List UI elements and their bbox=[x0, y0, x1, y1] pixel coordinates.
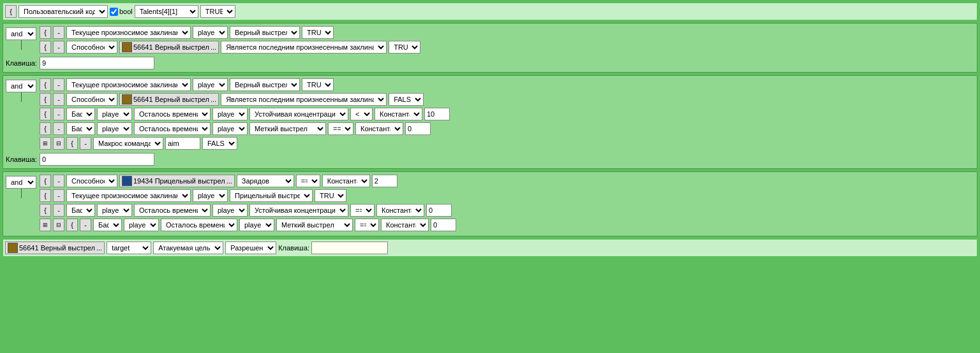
s3r3-operator[interactable]: == bbox=[350, 204, 375, 217]
s3r3-minus[interactable]: - bbox=[53, 204, 64, 217]
s2r3-operator[interactable]: < bbox=[350, 108, 373, 120]
section1-key-input[interactable]: 9 bbox=[40, 57, 154, 69]
s1r1-type[interactable]: Текущее произносимое заклинание bbox=[66, 26, 191, 39]
s3r4-consttype[interactable]: Константа bbox=[381, 219, 429, 231]
s2r2-type[interactable]: Способность bbox=[66, 93, 117, 106]
bottom-key-input[interactable] bbox=[311, 241, 388, 254]
s2r2-condition[interactable]: Является последним произнесенным заклина… bbox=[221, 93, 387, 106]
top-true-select[interactable]: TRUE bbox=[200, 5, 235, 18]
s2r4-consttype[interactable]: Константа bbox=[355, 122, 403, 135]
top-bracket-btn[interactable]: { bbox=[5, 5, 17, 18]
s3r4-bracket1[interactable]: ⊞ bbox=[40, 219, 51, 231]
s3r2-value[interactable]: TRUE bbox=[315, 189, 346, 202]
s3r2-type[interactable]: Текущее произносимое заклинание bbox=[66, 189, 191, 202]
s3r4-type[interactable]: Баф bbox=[93, 219, 122, 231]
s3r3-player1[interactable]: player bbox=[97, 204, 132, 217]
bottom-action-select[interactable]: Атакуемая цель bbox=[153, 241, 223, 254]
s1r2-minus[interactable]: - bbox=[53, 41, 64, 54]
s1r2-value[interactable]: TRUE bbox=[389, 41, 420, 54]
s3r4-player2[interactable]: player bbox=[239, 219, 274, 231]
top-bool-checkbox[interactable] bbox=[110, 8, 118, 16]
s2r4-condition[interactable]: Осталось времени bbox=[134, 122, 211, 135]
s2r5-bracket2[interactable]: ⊟ bbox=[53, 137, 64, 150]
s2r2-minus[interactable]: - bbox=[53, 93, 64, 106]
s2r1-value[interactable]: TRUE bbox=[302, 78, 334, 91]
s3r2-bracket[interactable]: { bbox=[40, 189, 51, 202]
s2r3-player2[interactable]: player bbox=[212, 108, 248, 120]
s1r2-condition[interactable]: Является последним произнесенным заклина… bbox=[221, 41, 387, 54]
s3r4-operator[interactable]: == bbox=[355, 219, 379, 231]
s2r4-type[interactable]: Баф bbox=[66, 122, 95, 135]
s2r3-type[interactable]: Баф bbox=[66, 108, 95, 120]
top-talents-select[interactable]: Talents[4][1] bbox=[135, 5, 198, 18]
s2r1-bracket[interactable]: { bbox=[40, 78, 51, 91]
bottom-spell-btn[interactable]: 56641 Верный выстрел ... bbox=[5, 241, 105, 254]
s2r5-minus[interactable]: - bbox=[80, 137, 91, 150]
s3r3-player2[interactable]: player bbox=[212, 204, 248, 217]
s2r3-player1[interactable]: player bbox=[97, 108, 132, 120]
s2r5-bracket1[interactable]: ⊞ bbox=[40, 137, 51, 150]
s2r4-bracket[interactable]: { bbox=[40, 122, 51, 135]
s2r2-spell-btn[interactable]: 56641 Верный выстрел ... bbox=[119, 93, 219, 106]
s3r3-value[interactable]: 0 bbox=[426, 204, 452, 217]
s3r4-condition[interactable]: Осталось времени bbox=[161, 219, 237, 231]
s3r2-player[interactable]: player bbox=[193, 189, 228, 202]
s3r4-bracket3[interactable]: { bbox=[66, 219, 78, 231]
s2r2-bracket[interactable]: { bbox=[40, 93, 51, 106]
section3-and-select[interactable]: and bbox=[6, 176, 36, 189]
s1r1-minus[interactable]: - bbox=[53, 26, 64, 39]
bottom-target-select[interactable]: target bbox=[107, 241, 151, 254]
s3r4-bracket2[interactable]: ⊟ bbox=[53, 219, 64, 231]
s2r4-operator[interactable]: == bbox=[328, 122, 353, 135]
s3r3-bracket[interactable]: { bbox=[40, 204, 51, 217]
s2r3-minus[interactable]: - bbox=[53, 108, 64, 120]
s3r1-consttype[interactable]: Константа bbox=[322, 175, 370, 187]
s3r1-operator[interactable]: == bbox=[296, 175, 320, 187]
s3r1-value[interactable]: 2 bbox=[372, 175, 397, 187]
section2-key-input[interactable]: 0 bbox=[40, 153, 154, 166]
s2r3-bracket[interactable]: { bbox=[40, 108, 51, 120]
s1r2-type[interactable]: Способность bbox=[66, 41, 117, 54]
s2r3-value[interactable]: 10 bbox=[424, 108, 450, 120]
s1r2-bracket[interactable]: { bbox=[40, 41, 51, 54]
s2r4-value[interactable]: 0 bbox=[405, 122, 431, 135]
s1r1-player[interactable]: player bbox=[193, 26, 228, 39]
s1r2-spell-btn[interactable]: 56641 Верный выстрел ... bbox=[119, 41, 219, 54]
section2-and-select[interactable]: and bbox=[6, 80, 36, 92]
s2r3-buff[interactable]: Устойчивая концентрация bbox=[249, 108, 348, 120]
s2r5-bracket3[interactable]: { bbox=[66, 137, 78, 150]
s3r1-spell-btn[interactable]: 19434 Прицельный выстрел ... bbox=[119, 175, 235, 187]
s2r4-buff[interactable]: Меткий выстрел bbox=[249, 122, 326, 135]
s3r4-value[interactable]: 0 bbox=[431, 219, 456, 231]
s2r5-value[interactable]: FALSE bbox=[202, 137, 237, 150]
s2r5-type[interactable]: Макрос команда bbox=[93, 137, 163, 150]
s3r1-bracket[interactable]: { bbox=[40, 175, 51, 187]
s3r4-buff[interactable]: Меткий выстрел bbox=[276, 219, 353, 231]
s3r2-minus[interactable]: - bbox=[53, 189, 64, 202]
s3r3-buff[interactable]: Устойчивая концентрация bbox=[249, 204, 348, 217]
s3r1-minus[interactable]: - bbox=[53, 175, 64, 187]
s2r2-value[interactable]: FALSE bbox=[389, 93, 424, 106]
s3r4-player1[interactable]: player bbox=[124, 219, 159, 231]
s2r3-consttype[interactable]: Константа bbox=[375, 108, 422, 120]
s1r1-value[interactable]: TRUE bbox=[302, 26, 334, 39]
s3r3-type[interactable]: Баф bbox=[66, 204, 95, 217]
s2r4-player2[interactable]: player bbox=[212, 122, 248, 135]
s2r5-macro-name[interactable]: aim bbox=[165, 137, 200, 150]
s3r1-type[interactable]: Способность bbox=[66, 175, 117, 187]
top-code-select[interactable]: Пользовательский код bbox=[19, 5, 108, 18]
s3r4-minus[interactable]: - bbox=[80, 219, 91, 231]
section1-and-select[interactable]: and bbox=[6, 27, 36, 40]
s2r1-minus[interactable]: - bbox=[53, 78, 64, 91]
s2r1-type[interactable]: Текущее произносимое заклинание bbox=[66, 78, 191, 91]
bottom-allow-select[interactable]: Разрешено bbox=[225, 241, 276, 254]
s2r1-player[interactable]: player bbox=[193, 78, 228, 91]
s1r1-bracket[interactable]: { bbox=[40, 26, 51, 39]
s3r1-condition[interactable]: Зарядов bbox=[237, 175, 294, 187]
s3r2-spell[interactable]: Прицельный выстрел bbox=[230, 189, 313, 202]
s2r3-condition[interactable]: Осталось времени bbox=[134, 108, 211, 120]
s2r4-minus[interactable]: - bbox=[53, 122, 64, 135]
s3r3-consttype[interactable]: Константа bbox=[376, 204, 424, 217]
s3r3-condition[interactable]: Осталось времени bbox=[134, 204, 211, 217]
s1r1-spell[interactable]: Верный выстрел bbox=[230, 26, 300, 39]
